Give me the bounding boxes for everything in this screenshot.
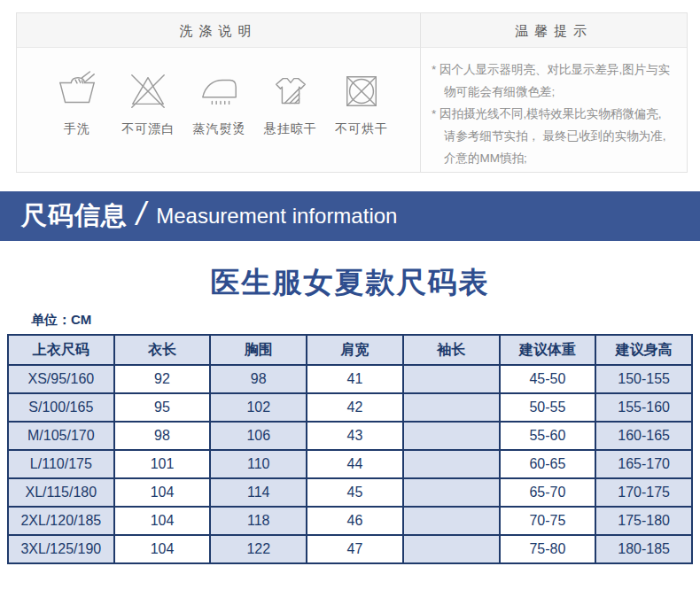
table-row: XL/115/1801041144565-70170-175 [8, 478, 692, 507]
column-header: 肩宽 [307, 335, 403, 365]
table-cell: 92 [114, 365, 211, 393]
table-row: S/100/165951024250-55155-160 [8, 393, 692, 422]
care-item-label: 手洗 [64, 121, 90, 137]
table-cell: 160-165 [595, 422, 692, 450]
hang-dry-icon [270, 71, 311, 112]
measurement-banner: 尺码信息 / Measurement information [0, 191, 700, 241]
table-cell: 55-60 [500, 422, 596, 450]
banner-title-en: Measurement information [156, 204, 397, 229]
tips-body: * 因个人显示器明亮、对比显示差异,图片与实物可能会有细微色差; * 因拍摄光线… [421, 48, 687, 170]
no-bleach-icon [128, 71, 168, 112]
table-cell: 110 [210, 450, 307, 478]
tips-panel: 温馨提示 * 因个人显示器明亮、对比显示差异,图片与实物可能会有细微色差; * … [421, 13, 687, 172]
size-chart-title: 医生服女夏款尺码表 [0, 263, 700, 303]
table-cell: 118 [210, 507, 307, 535]
care-item-hang-dry: 悬挂晾干 [255, 71, 326, 137]
care-item-label: 蒸汽熨烫 [193, 121, 246, 137]
hand-wash-icon [57, 71, 97, 112]
care-icons-row: 手洗 不可漂白 蒸汽熨烫 悬 [17, 48, 420, 137]
table-row: M/105/170981064355-60160-165 [8, 422, 692, 450]
table-cell: 65-70 [500, 478, 596, 507]
column-header: 建议体重 [500, 335, 596, 365]
table-cell: 70-75 [500, 507, 596, 535]
table-cell: 3XL/125/190 [8, 535, 114, 563]
table-cell [403, 507, 500, 535]
table-row: L/110/1751011104460-65165-170 [8, 450, 692, 478]
table-cell: 50-55 [500, 393, 596, 422]
table-cell: 47 [307, 535, 403, 563]
column-header: 胸围 [210, 335, 307, 365]
banner-title-zh: 尺码信息 [21, 198, 128, 234]
table-cell: 98 [210, 365, 307, 393]
table-cell [403, 535, 500, 563]
care-item-hand-wash: 手洗 [42, 71, 113, 137]
table-cell: 45 [307, 478, 403, 507]
table-cell: 114 [210, 478, 307, 507]
table-cell: 75-80 [500, 535, 596, 563]
table-cell: 42 [307, 393, 403, 422]
care-item-label: 不可烘干 [335, 121, 388, 137]
table-cell: 95 [114, 393, 211, 422]
tip-line: * 因拍摄光线不同,模特效果比实物稍微偏亮, 请参考细节实拍， 最终已收到的实物… [432, 104, 676, 170]
table-cell: 122 [210, 535, 307, 563]
table-cell: 45-50 [500, 365, 596, 393]
size-table-head-row: 上衣尺码衣长胸围肩宽袖长建议体重建议身高 [8, 335, 692, 365]
care-item-label: 不可漂白 [121, 121, 175, 137]
wash-instructions-panel: 洗涤说明 手洗 不可漂白 [17, 13, 421, 172]
table-cell: 165-170 [595, 450, 692, 478]
table-cell: 104 [114, 535, 211, 563]
steam-iron-icon [199, 71, 240, 112]
unit-label: 单位：CM [31, 312, 700, 329]
wash-instructions-title: 洗涤说明 [17, 13, 420, 48]
table-cell: 155-160 [595, 393, 692, 422]
care-item-steam-iron: 蒸汽熨烫 [184, 71, 255, 137]
no-tumble-dry-icon [341, 71, 382, 112]
table-cell: 106 [210, 422, 307, 450]
table-cell: M/105/170 [8, 422, 114, 450]
table-cell: 98 [114, 422, 211, 450]
table-cell [403, 393, 500, 422]
table-cell: XS/95/160 [8, 365, 114, 393]
table-cell: 44 [307, 450, 403, 478]
table-cell: 101 [114, 450, 211, 478]
column-header: 上衣尺码 [8, 335, 114, 365]
care-item-no-tumble-dry: 不可烘干 [326, 71, 397, 137]
banner-slash: / [136, 196, 145, 233]
table-cell: XL/115/180 [8, 478, 114, 507]
table-cell: 2XL/120/185 [8, 507, 114, 535]
table-cell [403, 365, 500, 393]
care-item-no-bleach: 不可漂白 [113, 71, 183, 137]
table-cell: 60-65 [500, 450, 596, 478]
table-cell [403, 422, 500, 450]
table-cell: 150-155 [595, 365, 692, 393]
table-cell: 104 [114, 507, 211, 535]
column-header: 衣长 [114, 335, 211, 365]
table-cell: 43 [307, 422, 403, 450]
table-row: XS/95/16092984145-50150-155 [8, 365, 692, 393]
table-cell: L/110/175 [8, 450, 114, 478]
column-header: 袖长 [403, 335, 500, 365]
column-header: 建议身高 [595, 335, 692, 365]
table-cell: 41 [307, 365, 403, 393]
care-section: 洗涤说明 手洗 不可漂白 [16, 12, 688, 173]
table-cell: 46 [307, 507, 403, 535]
tip-line: * 因个人显示器明亮、对比显示差异,图片与实物可能会有细微色差; [432, 59, 676, 104]
tips-title: 温馨提示 [421, 13, 687, 48]
size-table: 上衣尺码衣长胸围肩宽袖长建议体重建议身高 XS/95/16092984145-5… [7, 334, 693, 564]
size-table-body: XS/95/16092984145-50150-155S/100/1659510… [8, 365, 692, 563]
table-cell: 104 [114, 478, 211, 507]
care-item-label: 悬挂晾干 [264, 121, 317, 137]
table-cell: 175-180 [595, 507, 692, 535]
table-cell: 180-185 [595, 535, 692, 563]
table-cell: 102 [210, 393, 307, 422]
table-cell: S/100/165 [8, 393, 114, 422]
table-row: 2XL/120/1851041184670-75175-180 [8, 507, 692, 535]
table-row: 3XL/125/1901041224775-80180-185 [8, 535, 692, 563]
table-cell: 170-175 [595, 478, 692, 507]
table-cell [403, 478, 500, 507]
table-cell [403, 450, 500, 478]
